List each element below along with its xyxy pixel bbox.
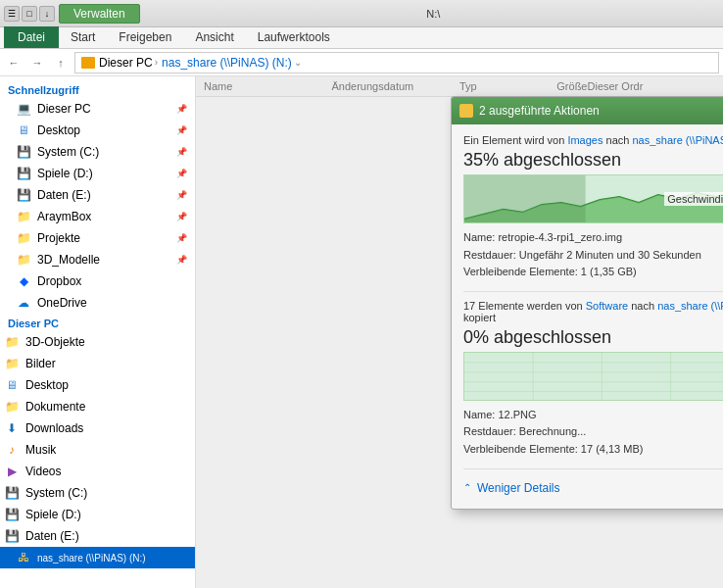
transfer-2-source-link[interactable]: Software bbox=[586, 300, 628, 312]
sidebar-item-nas-share[interactable]: 🖧 nas_share (\\PiNAS) (N:) bbox=[0, 547, 195, 568]
sidebar-item-araymbox-quick[interactable]: 📁 AraymBox 📌 bbox=[0, 206, 195, 227]
title-bar: ☰ □ ↓ Verwalten N:\ bbox=[0, 0, 723, 27]
transfer-1-info: Name: retropie-4.3-rpi1_zero.img Restdau… bbox=[463, 229, 723, 281]
title-bar-icons: ☰ □ ↓ bbox=[4, 6, 55, 22]
tab-ansicht[interactable]: Ansicht bbox=[183, 26, 245, 48]
desktop-icon: 🖥 bbox=[16, 122, 31, 138]
modal-titlebar: 2 ausgeführte Aktionen — □ ✕ bbox=[452, 97, 723, 124]
transfer-2-progress-label: 0% abgeschlossen ⏸ ✕ bbox=[463, 327, 723, 348]
pin-icon-4: 📌 bbox=[176, 169, 187, 178]
back-button[interactable]: ← bbox=[4, 53, 24, 73]
sidebar-item-daten-e-quick[interactable]: 💾 Daten (E:) 📌 bbox=[0, 184, 195, 206]
tb-icon-3[interactable]: ↓ bbox=[39, 6, 55, 22]
transfer-2-dest-link[interactable]: nas_share (\\PiNAS) (N:) bbox=[657, 300, 723, 312]
pin-icon: 📌 bbox=[176, 104, 187, 114]
modal-overlay: 2 ausgeführte Aktionen — □ ✕ Ein Element… bbox=[196, 76, 723, 588]
sidebar-item-desktop[interactable]: 🖥 Desktop bbox=[0, 374, 195, 396]
desktop2-icon: 🖥 bbox=[4, 377, 20, 393]
sidebar-item-musik[interactable]: ♪ Musik bbox=[0, 439, 195, 461]
sidebar: Schnellzugriff 💻 Dieser PC 📌 🖥 Desktop 📌… bbox=[0, 76, 196, 588]
sidebar-item-dokumente[interactable]: 📁 Dokumente bbox=[0, 396, 195, 417]
folder-araymbox-icon: 📁 bbox=[16, 209, 31, 224]
divider-2 bbox=[463, 468, 723, 469]
svg-rect-3 bbox=[464, 353, 723, 401]
drive-icon bbox=[81, 57, 95, 69]
folder-3dobjekte-icon: 📁 bbox=[4, 334, 20, 350]
transfer-section-1: Ein Element wird von Images nach nas_sha… bbox=[463, 134, 723, 281]
dropbox-icon: ◆ bbox=[16, 273, 31, 289]
tab-laufwerktools[interactable]: Laufwerktools bbox=[246, 26, 342, 48]
tab-datei[interactable]: Datei bbox=[4, 26, 59, 48]
up-button[interactable]: ↑ bbox=[51, 53, 71, 73]
pc-icon: 💻 bbox=[16, 101, 31, 117]
title-path: N:\ bbox=[148, 8, 719, 20]
pin-icon-8: 📌 bbox=[176, 255, 187, 265]
transfer-1-speed-label: Geschwindigkeit: 6,57 MB/s bbox=[664, 192, 723, 206]
nas-share-icon: 🖧 bbox=[16, 550, 31, 565]
path-dieser-pc: Dieser PC › bbox=[99, 56, 158, 70]
pin-icon-2: 📌 bbox=[176, 125, 187, 135]
transfer-2-chart bbox=[464, 353, 723, 401]
sidebar-item-daten-e[interactable]: 💾 Daten (E:) bbox=[0, 525, 195, 547]
sidebar-item-spiele-d[interactable]: 💾 Spiele (D:) bbox=[0, 504, 195, 525]
chevron-up-icon: ⌃ bbox=[463, 482, 471, 493]
address-bar: ← → ↑ Dieser PC › nas_share (\\PiNAS) (N… bbox=[0, 49, 723, 76]
tb-icon-1[interactable]: ☰ bbox=[4, 6, 20, 22]
sidebar-item-bilder[interactable]: 📁 Bilder bbox=[0, 353, 195, 374]
forward-button[interactable]: → bbox=[27, 53, 47, 73]
less-details-button[interactable]: ⌃ Weniger Details bbox=[463, 477, 723, 499]
ribbon-tabs: Datei Start Freigeben Ansicht Laufwerkto… bbox=[0, 27, 723, 49]
sidebar-item-onedrive[interactable]: ☁ OneDrive bbox=[0, 292, 195, 314]
transfer-1-progress-bar: Geschwindigkeit: 6,57 MB/s bbox=[463, 174, 723, 223]
transfer-2-info: Name: 12.PNG Restdauer: Berechnung... Ve… bbox=[463, 407, 723, 459]
sidebar-item-spiele-d-quick[interactable]: 💾 Spiele (D:) 📌 bbox=[0, 163, 195, 184]
main-layout: Schnellzugriff 💻 Dieser PC 📌 🖥 Desktop 📌… bbox=[0, 76, 723, 588]
downloads-icon: ⬇ bbox=[4, 420, 20, 436]
folder-3dmodelle-icon: 📁 bbox=[16, 252, 31, 268]
musik-icon: ♪ bbox=[4, 442, 20, 458]
tb-icon-2[interactable]: □ bbox=[22, 6, 37, 22]
sidebar-item-desktop-quick[interactable]: 🖥 Desktop 📌 bbox=[0, 120, 195, 141]
sidebar-quick-access-header[interactable]: Schnellzugriff bbox=[0, 80, 195, 98]
transfer-2-desc: 17 Elemente werden von Software nach nas… bbox=[463, 300, 723, 323]
svg-rect-2 bbox=[464, 175, 586, 223]
folder-bilder-icon: 📁 bbox=[4, 356, 20, 371]
sidebar-item-dieser-pc-quick[interactable]: 💻 Dieser PC 📌 bbox=[0, 98, 195, 120]
address-path-input[interactable]: Dieser PC › nas_share (\\PiNAS) (N:) ⌄ bbox=[74, 52, 719, 74]
transfer-section-2: 17 Elemente werden von Software nach nas… bbox=[463, 300, 723, 459]
onedrive-icon: ☁ bbox=[16, 295, 31, 311]
drive-c-icon: 💾 bbox=[16, 144, 31, 160]
sidebar-item-system-c[interactable]: 💾 System (C:) bbox=[0, 482, 195, 504]
system-c-icon: 💾 bbox=[4, 485, 20, 501]
sidebar-item-3dobjekte[interactable]: 📁 3D-Objekte bbox=[0, 331, 195, 353]
spiele-d-icon: 💾 bbox=[4, 507, 20, 522]
sidebar-item-system-c-quick[interactable]: 💾 System (C:) 📌 bbox=[0, 141, 195, 163]
modal-title-text: 2 ausgeführte Aktionen bbox=[479, 104, 723, 118]
divider bbox=[463, 291, 723, 292]
verwalten-tab[interactable]: Verwalten bbox=[59, 4, 140, 24]
transfer-1-progress-label: 35% abgeschlossen ⏸ ✕ bbox=[463, 150, 723, 171]
sidebar-item-3dmodelle-quick[interactable]: 📁 3D_Modelle 📌 bbox=[0, 249, 195, 270]
tab-start[interactable]: Start bbox=[59, 26, 107, 48]
content-area: Name Änderungsdatum Typ Größe Dieser Ord… bbox=[196, 76, 723, 588]
drive-e-icon: 💾 bbox=[16, 187, 31, 203]
pin-icon-6: 📌 bbox=[176, 212, 187, 221]
pin-icon-5: 📌 bbox=[176, 190, 187, 200]
sidebar-item-projekte-quick[interactable]: 📁 Projekte 📌 bbox=[0, 227, 195, 249]
transfer-1-source-link[interactable]: Images bbox=[567, 134, 602, 146]
drive-d-icon: 💾 bbox=[16, 166, 31, 181]
transfer-2-progress-bar bbox=[463, 352, 723, 401]
tab-freigeben[interactable]: Freigeben bbox=[107, 26, 183, 48]
transfer-1-desc: Ein Element wird von Images nach nas_sha… bbox=[463, 134, 723, 146]
folder-dokumente-icon: 📁 bbox=[4, 399, 20, 415]
sidebar-item-dropbox[interactable]: ◆ Dropbox bbox=[0, 270, 195, 292]
transfer-1-dest-link[interactable]: nas_share (\\PiNAS) (N:) bbox=[632, 134, 723, 146]
sidebar-item-videos[interactable]: ▶ Videos bbox=[0, 461, 195, 482]
daten-e-icon: 💾 bbox=[4, 528, 20, 544]
path-nas-share: nas_share (\\PiNAS) (N:) ⌄ bbox=[162, 56, 302, 70]
sidebar-dieser-pc-header[interactable]: Dieser PC bbox=[0, 314, 195, 331]
pin-icon-3: 📌 bbox=[176, 147, 187, 157]
sidebar-item-downloads[interactable]: ⬇ Downloads bbox=[0, 417, 195, 439]
modal-title-icon bbox=[459, 104, 473, 118]
videos-icon: ▶ bbox=[4, 464, 20, 479]
